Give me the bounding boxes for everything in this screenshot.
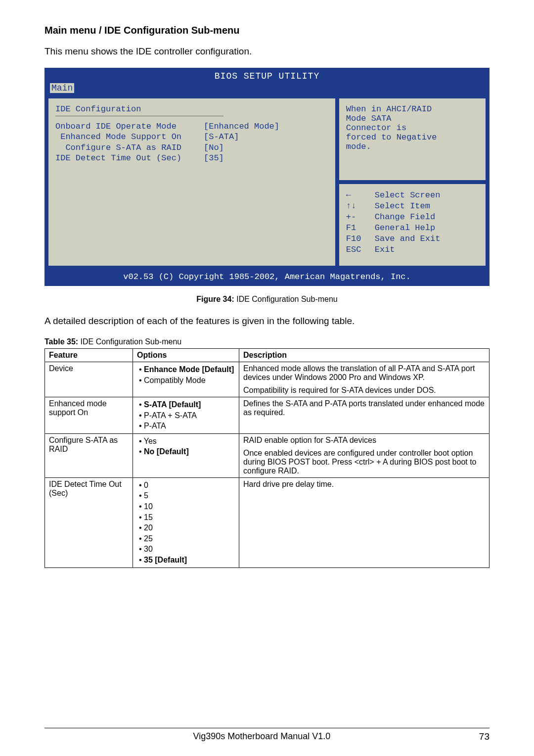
bios-divider: [55, 116, 223, 116]
table-caption-text: IDE Configuration Sub-menu: [78, 337, 181, 346]
description-paragraph: Once enabled devices are configured unde…: [243, 449, 485, 475]
bios-nav-row: +- Change Field: [346, 212, 479, 223]
figure-caption-text: IDE Configuration Sub-menu: [234, 295, 338, 303]
bios-setting-label: Enhanced Mode Support On: [55, 132, 204, 142]
description-paragraph: Enhanced mode allows the translation of …: [243, 364, 485, 382]
list-item: 0: [137, 480, 235, 491]
cell-options: S-ATA [Default]P-ATA + S-ATAP-ATA: [133, 397, 239, 434]
bios-help-line: When in AHCI/RAID: [346, 104, 479, 114]
cell-description: Defines the S-ATA and P-ATA ports transl…: [239, 397, 490, 434]
bios-help-line: Connector is: [346, 123, 479, 133]
bios-help-text: When in AHCI/RAIDMode SATAConnector isfo…: [339, 98, 486, 181]
bios-nav-row: F1General Help: [346, 223, 479, 234]
bios-nav-label: Save and Exit: [375, 234, 441, 244]
bios-nav-label: Select Screen: [375, 190, 441, 201]
intro-paragraph: This menu shows the IDE controller confi…: [44, 46, 490, 57]
bios-nav-key: ←: [346, 190, 375, 201]
bios-title: BIOS SETUP UTILITY: [45, 68, 489, 82]
section-heading: Main menu / IDE Configuration Sub-menu: [44, 25, 490, 36]
bios-nav-key: ESC: [346, 244, 375, 255]
description-paragraph: Hard drive pre delay time.: [243, 480, 485, 489]
list-item: 10: [137, 501, 235, 512]
bios-tab-row: Main: [45, 82, 489, 96]
feature-table: Feature Options Description DeviceEnhanc…: [44, 348, 490, 568]
table-caption-label: Table 35:: [44, 337, 78, 346]
cell-feature: Device: [45, 362, 133, 397]
bios-nav-key: +-: [346, 212, 375, 223]
description-paragraph: RAID enable option for S-ATA devices: [243, 436, 485, 445]
list-item: Compatibly Mode: [137, 375, 235, 386]
description-paragraph: Compatibility is required for S-ATA devi…: [243, 386, 485, 395]
cell-description: RAID enable option for S-ATA devicesOnce…: [239, 433, 490, 477]
cell-options: Enhance Mode [Default]Compatibly Mode: [133, 362, 239, 397]
cell-options: 05101520253035 [Default]: [133, 477, 239, 567]
bios-tab-main: Main: [50, 83, 74, 93]
cell-feature: Configure S-ATA as RAID: [45, 433, 133, 477]
bios-setting-row: IDE Detect Time Out (Sec)[35]: [55, 153, 328, 163]
bios-setting-label: Onboard IDE Operate Mode: [55, 121, 204, 132]
list-item: Yes: [137, 436, 235, 447]
table-row: DeviceEnhance Mode [Default]Compatibly M…: [45, 362, 490, 397]
bios-help-line: forced to Negative: [346, 133, 479, 142]
bios-help-line: mode.: [346, 142, 479, 151]
description-paragraph: A detailed description of each of the fe…: [44, 316, 490, 327]
list-item: P-ATA: [137, 421, 235, 431]
figure-caption-label: Figure 34:: [196, 295, 234, 303]
cell-feature: Enhanced mode support On: [45, 397, 133, 434]
cell-description: Hard drive pre delay time.: [239, 477, 490, 567]
th-options: Options: [133, 349, 239, 362]
table-row: Enhanced mode support OnS-ATA [Default]P…: [45, 397, 490, 434]
bios-nav-legend: ←Select Screen↑↓Select Item+- Change Fie…: [339, 184, 486, 266]
bios-panel-title: IDE Configuration: [55, 104, 328, 114]
bios-setting-row: Enhanced Mode Support On[S-ATA]: [55, 132, 328, 142]
bios-setting-value: [35]: [204, 153, 328, 163]
bios-nav-row: ←Select Screen: [346, 190, 479, 201]
bios-setting-label: IDE Detect Time Out (Sec): [55, 153, 204, 163]
list-item: 5: [137, 490, 235, 501]
list-item: P-ATA + S-ATA: [137, 410, 235, 421]
bios-nav-key: F1: [346, 223, 375, 234]
bios-help-line: Mode SATA: [346, 114, 479, 123]
bios-setting-value: [Enhanced Mode]: [204, 121, 328, 132]
list-item: 20: [137, 522, 235, 533]
bios-screenshot: BIOS SETUP UTILITY Main IDE Configuratio…: [44, 68, 490, 286]
bios-nav-row: ↑↓Select Item: [346, 201, 479, 212]
bios-nav-row: F10Save and Exit: [346, 234, 479, 244]
list-item: S-ATA [Default]: [137, 399, 235, 410]
th-description: Description: [239, 349, 490, 362]
footer-page-number: 73: [479, 731, 490, 742]
list-item: No [Default]: [137, 446, 235, 457]
bios-setting-row: Configure S-ATA as RAID[No]: [55, 142, 328, 153]
bios-nav-label: Change Field: [375, 212, 435, 223]
list-item: Enhance Mode [Default]: [137, 364, 235, 375]
figure-caption: Figure 34: IDE Configuration Sub-menu: [44, 295, 490, 304]
table-caption: Table 35: IDE Configuration Sub-menu: [44, 337, 490, 346]
bios-nav-row: ESCExit: [346, 244, 479, 255]
list-item: 35 [Default]: [137, 555, 235, 566]
table-row: Configure S-ATA as RAIDYesNo [Default]RA…: [45, 433, 490, 477]
list-item: 30: [137, 544, 235, 555]
bios-nav-label: General Help: [375, 223, 435, 234]
cell-options: YesNo [Default]: [133, 433, 239, 477]
bios-nav-key: F10: [346, 234, 375, 244]
bios-nav-label: Select Item: [375, 201, 430, 212]
bios-setting-value: [S-ATA]: [204, 132, 328, 142]
list-item: 15: [137, 512, 235, 523]
description-paragraph: Defines the S-ATA and P-ATA ports transl…: [243, 399, 485, 417]
list-item: 25: [137, 533, 235, 544]
bios-setting-value: [No]: [204, 142, 328, 153]
bios-left-panel: IDE Configuration Onboard IDE Operate Mo…: [48, 98, 336, 266]
table-row: IDE Detect Time Out (Sec)05101520253035 …: [45, 477, 490, 567]
cell-feature: IDE Detect Time Out (Sec): [45, 477, 133, 567]
bios-copyright: v02.53 (C) Copyright 1985-2002, American…: [45, 269, 489, 285]
cell-description: Enhanced mode allows the translation of …: [239, 362, 490, 397]
bios-nav-label: Exit: [375, 244, 395, 255]
bios-nav-key: ↑↓: [346, 201, 375, 212]
bios-setting-row: Onboard IDE Operate Mode[Enhanced Mode]: [55, 121, 328, 132]
footer-doc-title: Vig390s Motherboard Manual V1.0: [193, 731, 331, 742]
bios-setting-label: Configure S-ATA as RAID: [55, 142, 204, 153]
page-footer: Vig390s Motherboard Manual V1.0 73: [44, 728, 490, 742]
th-feature: Feature: [45, 349, 133, 362]
